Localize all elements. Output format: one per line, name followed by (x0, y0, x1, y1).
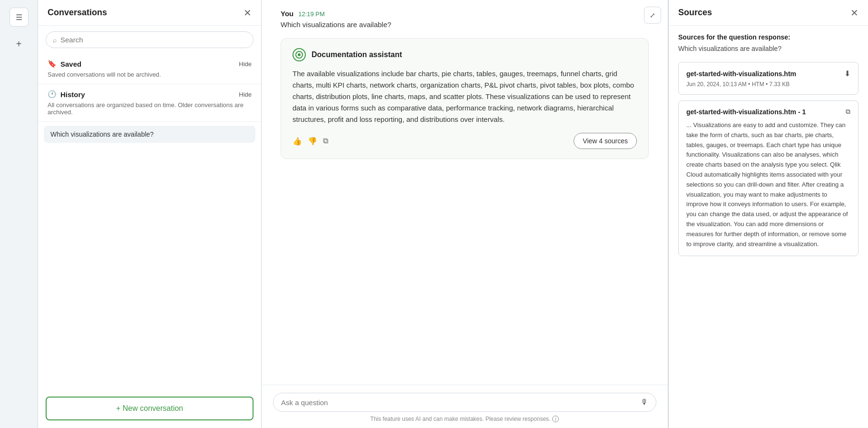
history-section: 🕐 History Hide All conversations are org… (38, 84, 261, 122)
sidebar-toggle-panel: ☰ + (0, 0, 38, 428)
assistant-name: Documentation assistant (312, 50, 402, 59)
chat-disclaimer: This feature uses AI and can make mistak… (273, 412, 656, 424)
info-icon[interactable]: i (552, 416, 559, 422)
source-snippet-text: ... Visualizations are easy to add and c… (686, 120, 850, 249)
conversations-close-button[interactable]: ✕ (244, 8, 252, 18)
saved-description: Saved conversations will not be archived… (48, 71, 252, 78)
disclaimer-text: This feature uses AI and can make mistak… (371, 416, 551, 422)
source-download-button[interactable]: ⬇ (844, 69, 850, 78)
user-label: You (281, 10, 293, 18)
source-file-card: get-started-with-visualizations.htm ⬇ Ju… (678, 62, 858, 95)
chat-messages: You 12:19 PM Which visualizations are av… (262, 0, 668, 385)
history-hide-button[interactable]: Hide (239, 91, 252, 98)
assistant-avatar (293, 48, 306, 61)
conversations-header: Conversations ✕ (38, 0, 261, 26)
sources-question-text: Which visualizations are available? (678, 45, 858, 52)
assistant-header: Documentation assistant (293, 48, 637, 61)
history-section-header: 🕐 History Hide (48, 90, 252, 99)
view-sources-button[interactable]: View 4 sources (574, 133, 637, 149)
chat-input-area: 🎙 This feature uses AI and can make mist… (262, 385, 668, 428)
thumbs-up-icon[interactable]: 👍 (293, 137, 302, 146)
history-label: 🕐 History (48, 90, 85, 99)
reaction-icons: 👍 👎 ⧉ (293, 137, 328, 146)
saved-section-header: 🔖 Saved Hide (48, 60, 252, 68)
new-conversation-button[interactable]: + New conversation (46, 397, 254, 420)
saved-hide-button[interactable]: Hide (239, 60, 252, 68)
microphone-icon[interactable]: 🎙 (641, 398, 648, 407)
list-icon: ☰ (16, 13, 22, 22)
plus-icon: + (16, 39, 22, 50)
add-conversation-button[interactable]: + (10, 34, 29, 53)
saved-label: 🔖 Saved (48, 60, 81, 68)
chat-area: ⤢ You 12:19 PM Which visualizations are … (262, 0, 668, 428)
user-message-header: You 12:19 PM (281, 10, 649, 18)
user-message-text: Which visualizations are available? (281, 20, 649, 29)
list-item[interactable]: Which visualizations are available? (44, 126, 255, 143)
sources-question-label: Sources for the question response: (678, 33, 858, 41)
sources-panel: Sources ✕ Sources for the question respo… (668, 0, 868, 428)
history-description: All conversations are organized based on… (48, 101, 252, 116)
source-snippet-card: get-started-with-visualizations.htm - 1 … (678, 100, 858, 256)
assistant-response-text: The available visualizations include bar… (293, 68, 637, 125)
source-snippet-name: get-started-with-visualizations.htm - 1 (686, 108, 806, 116)
source-snippet-header: get-started-with-visualizations.htm - 1 … (686, 108, 850, 116)
menu-icon-button[interactable]: ☰ (10, 8, 29, 27)
chat-input[interactable] (281, 398, 636, 407)
search-input[interactable] (60, 36, 246, 44)
saved-section: 🔖 Saved Hide Saved conversations will no… (38, 54, 261, 84)
search-box[interactable]: ⌕ (46, 31, 254, 48)
sources-close-button[interactable]: ✕ (850, 8, 858, 18)
conversations-panel: Conversations ✕ ⌕ 🔖 Saved Hide Saved con… (38, 0, 262, 428)
chat-input-wrapper[interactable]: 🎙 (273, 393, 656, 412)
assistant-message: Documentation assistant The available vi… (281, 38, 649, 159)
message-timestamp: 12:19 PM (298, 10, 325, 18)
source-file-meta: Jun 20, 2024, 10:13 AM • HTM • 7.33 KB (686, 81, 850, 88)
source-file-name: get-started-with-visualizations.htm (686, 70, 796, 78)
sources-header: Sources ✕ (669, 0, 868, 26)
history-icon: 🕐 (48, 90, 57, 99)
thumbs-down-icon[interactable]: 👎 (308, 137, 317, 146)
bookmark-icon: 🔖 (48, 60, 57, 68)
source-copy-button[interactable]: ⧉ (846, 108, 850, 116)
conversations-title: Conversations (48, 8, 107, 18)
user-message: You 12:19 PM Which visualizations are av… (281, 10, 649, 29)
sources-content: Sources for the question response: Which… (669, 26, 868, 428)
search-icon: ⌕ (53, 36, 57, 44)
sources-title: Sources (678, 8, 712, 18)
source-file-header: get-started-with-visualizations.htm ⬇ (686, 69, 850, 78)
expand-icon: ⤢ (650, 11, 655, 19)
copy-response-icon[interactable]: ⧉ (323, 137, 328, 146)
expand-chat-button[interactable]: ⤢ (644, 7, 661, 24)
message-actions: 👍 👎 ⧉ View 4 sources (293, 133, 637, 149)
svg-point-1 (298, 53, 301, 56)
